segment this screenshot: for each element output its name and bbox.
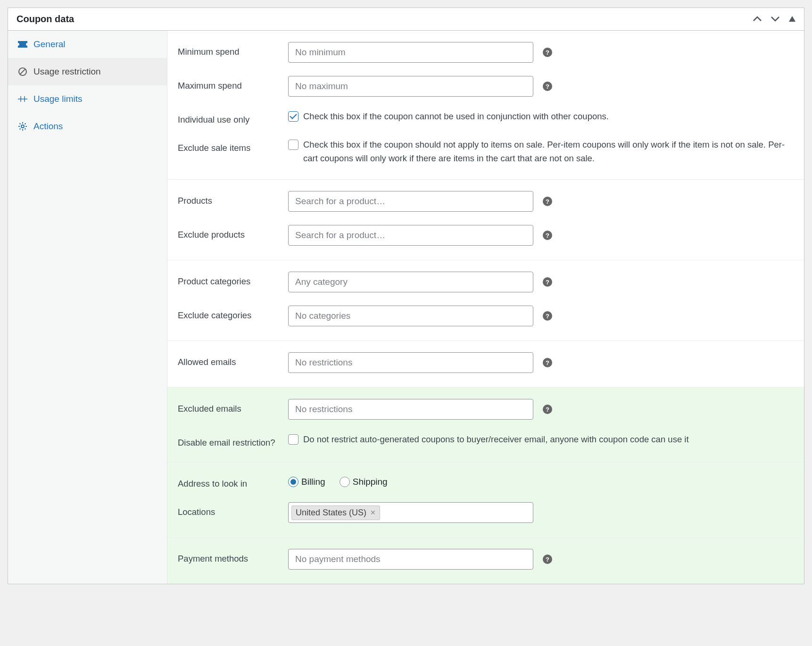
products-input[interactable] — [288, 191, 533, 212]
payment-methods-input[interactable] — [288, 549, 533, 570]
exclude-sale-checkbox[interactable] — [288, 140, 298, 150]
address-shipping-radio[interactable]: Shipping — [340, 477, 388, 487]
minimum-spend-input[interactable] — [288, 42, 533, 63]
help-icon[interactable]: ? — [543, 358, 552, 367]
remove-chip-icon[interactable]: ✕ — [370, 509, 376, 516]
maximum-spend-input[interactable] — [288, 76, 533, 97]
coupon-tabs-sidebar: General Usage restriction Usage limits A… — [8, 31, 167, 584]
individual-use-checkbox[interactable] — [288, 111, 298, 122]
allowed-emails-label: Allowed emails — [178, 352, 288, 367]
sidebar-item-label: Usage restriction — [33, 66, 101, 77]
exclude-categories-label: Exclude categories — [178, 306, 288, 321]
svg-point-5 — [21, 125, 24, 128]
move-up-icon[interactable] — [753, 14, 762, 24]
help-icon[interactable]: ? — [543, 277, 552, 287]
maximum-spend-label: Maximum spend — [178, 76, 288, 91]
help-icon[interactable]: ? — [543, 82, 552, 91]
shipping-label: Shipping — [353, 477, 388, 487]
disable-email-restriction-desc: Do not restrict auto-generated coupons t… — [303, 433, 689, 447]
sidebar-item-usage-restriction[interactable]: Usage restriction — [8, 58, 167, 85]
individual-use-desc: Check this box if the coupon cannot be u… — [303, 110, 609, 124]
product-categories-label: Product categories — [178, 272, 288, 287]
ban-icon — [17, 67, 28, 76]
move-down-icon[interactable] — [771, 14, 779, 24]
locations-label: Locations — [178, 502, 288, 517]
ticket-icon — [17, 41, 28, 48]
sidebar-item-general[interactable]: General — [8, 31, 167, 58]
sidebar-item-actions[interactable]: Actions — [8, 113, 167, 140]
sidebar-item-usage-limits[interactable]: Usage limits — [8, 85, 167, 113]
sidebar-item-label: Usage limits — [33, 94, 82, 104]
disable-email-restriction-label: Disable email restriction? — [178, 433, 288, 448]
coupon-data-panel: Coupon data General Usage restriction Us… — [8, 8, 804, 584]
exclude-categories-input[interactable] — [288, 306, 533, 326]
exclude-products-input[interactable] — [288, 225, 533, 246]
address-billing-radio[interactable]: Billing — [288, 477, 325, 487]
help-icon[interactable]: ? — [543, 231, 552, 240]
radio-icon — [288, 477, 298, 487]
exclude-sale-label: Exclude sale items — [178, 138, 288, 153]
minimum-spend-label: Minimum spend — [178, 42, 288, 57]
products-label: Products — [178, 191, 288, 206]
exclude-products-label: Exclude products — [178, 225, 288, 240]
sidebar-item-label: Actions — [33, 121, 63, 132]
help-icon[interactable]: ? — [543, 405, 552, 414]
help-icon[interactable]: ? — [543, 555, 552, 564]
exclude-sale-desc: Check this box if the coupon should not … — [303, 138, 794, 165]
panel-header: Coupon data — [8, 8, 804, 31]
excluded-emails-label: Excluded emails — [178, 399, 288, 414]
sliders-icon — [17, 95, 28, 103]
payment-methods-label: Payment methods — [178, 549, 288, 564]
individual-use-label: Individual use only — [178, 110, 288, 125]
panel-header-controls — [753, 14, 795, 24]
locations-input[interactable]: United States (US) ✕ — [288, 502, 533, 523]
collapse-icon[interactable] — [789, 14, 795, 24]
billing-label: Billing — [301, 477, 325, 487]
address-lookin-label: Address to look in — [178, 474, 288, 489]
panel-title: Coupon data — [17, 14, 74, 25]
help-icon[interactable]: ? — [543, 311, 552, 321]
help-icon[interactable]: ? — [543, 197, 552, 206]
product-categories-input[interactable] — [288, 272, 533, 292]
sidebar-item-label: General — [33, 39, 66, 50]
disable-email-restriction-checkbox[interactable] — [288, 434, 298, 445]
svg-line-1 — [20, 69, 25, 75]
radio-icon — [340, 477, 350, 487]
chip-label: United States (US) — [296, 508, 366, 518]
allowed-emails-input[interactable] — [288, 352, 533, 373]
help-icon[interactable]: ? — [543, 48, 552, 57]
gear-icon — [17, 122, 28, 131]
usage-restriction-panel: Minimum spend ? Maximum spend ? Individu… — [167, 31, 804, 584]
excluded-emails-input[interactable] — [288, 399, 533, 420]
location-chip[interactable]: United States (US) ✕ — [291, 505, 380, 520]
